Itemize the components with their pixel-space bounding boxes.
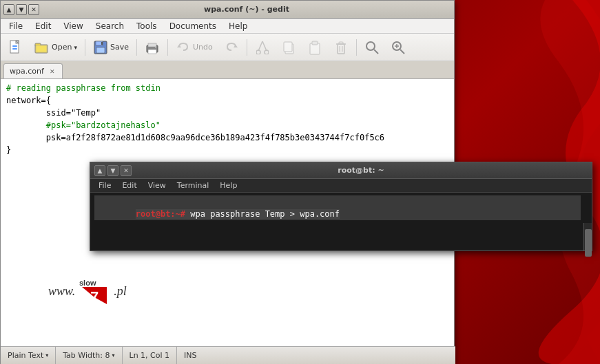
gedit-menu-documents[interactable]: Documents (164, 20, 222, 32)
ins-section: INS (177, 347, 203, 364)
svg-rect-11 (96, 47, 105, 53)
open-label: Open (52, 43, 72, 52)
gedit-menu-edit[interactable]: Edit (30, 20, 56, 32)
ins-label: INS (184, 351, 196, 360)
svg-rect-12 (101, 42, 103, 45)
cut-icon (255, 40, 270, 55)
undo-button[interactable]: Undo (171, 36, 218, 58)
terminal-minimize-button[interactable]: ▲ (94, 165, 105, 176)
terminal-menu-help[interactable]: Help (216, 180, 241, 191)
tab-close-button[interactable]: ✕ (48, 67, 56, 76)
save-button[interactable]: Save (88, 36, 134, 58)
undo-icon (176, 40, 191, 55)
paste-button[interactable] (302, 36, 327, 58)
terminal-menu-bar: File Edit View Terminal Help (90, 179, 592, 193)
delete-button[interactable] (329, 36, 353, 58)
svg-point-32 (366, 42, 375, 50)
terminal-title: root@bt: ~ (134, 166, 588, 175)
copy-icon (281, 40, 296, 55)
svg-text:7: 7 (90, 288, 99, 306)
tab-width-dropdown-icon[interactable]: ▾ (112, 352, 115, 358)
gedit-minimize-button[interactable]: ▲ (3, 4, 14, 15)
terminal-window: ▲ ▼ ✕ root@bt: ~ File Edit View Terminal… (90, 162, 592, 251)
terminal-content[interactable]: root@bt:~# wpa passphrase Temp > wpa.con… (90, 193, 592, 220)
editor-line-1: # reading passphrase from stdin (6, 82, 448, 94)
terminal-window-controls: ▲ ▼ ✕ (94, 165, 132, 176)
gedit-menu-help[interactable]: Help (223, 20, 253, 32)
tab-width-section[interactable]: Tab Width: 8 ▾ (56, 347, 122, 364)
terminal-body: root@bt:~# wpa passphrase Temp > wpa.con… (90, 193, 592, 250)
toolbar-separator-5 (356, 39, 357, 56)
editor-line-6: } (6, 144, 448, 156)
file-type-dropdown-icon[interactable]: ▾ (45, 352, 48, 358)
svg-rect-8 (36, 45, 47, 52)
svg-line-20 (262, 41, 267, 51)
terminal-scrollbar-thumb[interactable] (585, 229, 592, 257)
position-section: Ln 1, Col 1 (123, 347, 178, 364)
svg-rect-14 (148, 43, 156, 47)
open-button[interactable]: Open ▾ (30, 36, 82, 58)
print-button[interactable] (140, 36, 165, 58)
paste-icon (307, 40, 322, 55)
new-icon (8, 40, 23, 55)
search2-icon (391, 40, 406, 55)
terminal-close-button[interactable]: ✕ (121, 165, 132, 176)
editor-line-4: #psk="bardzotajnehaslo" (6, 119, 448, 131)
tab-width-label: Tab Width: 8 (63, 351, 110, 360)
gedit-window-controls: ▲ ▼ ✕ (3, 4, 39, 15)
svg-rect-15 (148, 50, 156, 54)
gedit-menu-tools[interactable]: Tools (131, 20, 163, 32)
terminal-scroll-up[interactable] (584, 223, 592, 228)
redo-icon (224, 40, 239, 55)
gedit-status-bar: Plain Text ▾ Tab Width: 8 ▾ Ln 1, Col 1 … (1, 346, 455, 364)
gedit-tab-bar: wpa.conf ✕ (1, 61, 454, 79)
terminal-scrollbar[interactable] (583, 223, 592, 250)
file-type-section[interactable]: Plain Text ▾ (1, 347, 56, 364)
redo-button[interactable] (219, 36, 244, 58)
gedit-maximize-button[interactable]: ▼ (16, 4, 27, 15)
toolbar-separator-4 (247, 39, 247, 56)
toolbar-separator-2 (136, 39, 137, 56)
print-icon (145, 40, 160, 55)
svg-rect-16 (155, 47, 156, 48)
search-icon (364, 40, 380, 55)
gedit-menu-file[interactable]: File (3, 20, 28, 32)
terminal-menu-edit[interactable]: Edit (118, 180, 141, 191)
gedit-menu-search[interactable]: Search (90, 20, 130, 32)
slow7-www-text: www. (48, 284, 75, 299)
svg-rect-26 (312, 41, 318, 45)
gedit-close-button[interactable]: ✕ (28, 4, 39, 15)
svg-rect-4 (12, 48, 17, 50)
svg-marker-17 (177, 45, 181, 47)
editor-line-3: ssid="Temp" (6, 107, 448, 119)
open-dropdown-icon[interactable]: ▾ (74, 44, 77, 51)
editor-line-5: psk=af2f28f872ae81d1d608c9aa96dce36b189a… (6, 131, 448, 144)
tab-label: wpa.conf (10, 67, 44, 76)
slow7-icon: slow 7 (76, 273, 112, 309)
gedit-tab-wpaconf[interactable]: wpa.conf ✕ (3, 63, 63, 78)
svg-text:slow: slow (79, 279, 96, 287)
svg-rect-29 (339, 42, 343, 44)
gedit-menu-view[interactable]: View (58, 20, 88, 32)
search-button[interactable] (360, 36, 384, 58)
toolbar-separator-1 (85, 39, 85, 56)
undo-label: Undo (193, 43, 213, 52)
svg-rect-5 (12, 45, 17, 47)
cut-button[interactable] (250, 36, 275, 58)
terminal-menu-file[interactable]: File (94, 180, 115, 191)
save-icon (93, 40, 108, 55)
terminal-menu-view[interactable]: View (144, 180, 170, 191)
copy-button[interactable] (276, 36, 301, 58)
terminal-menu-terminal[interactable]: Terminal (173, 180, 214, 191)
slow7-pl-text: .pl (114, 284, 127, 299)
terminal-maximize-button[interactable]: ▼ (107, 165, 118, 176)
save-label: Save (110, 43, 129, 52)
new-button[interactable] (3, 36, 28, 58)
gedit-toolbar: Open ▾ Save (1, 34, 454, 61)
slow7-logo: www. slow 7 .pl (48, 273, 127, 309)
toolbar-separator-3 (167, 39, 168, 56)
open-icon (34, 40, 50, 55)
editor-line-2: network={ (6, 94, 448, 107)
search2-button[interactable] (386, 36, 411, 58)
delete-icon (333, 40, 349, 55)
